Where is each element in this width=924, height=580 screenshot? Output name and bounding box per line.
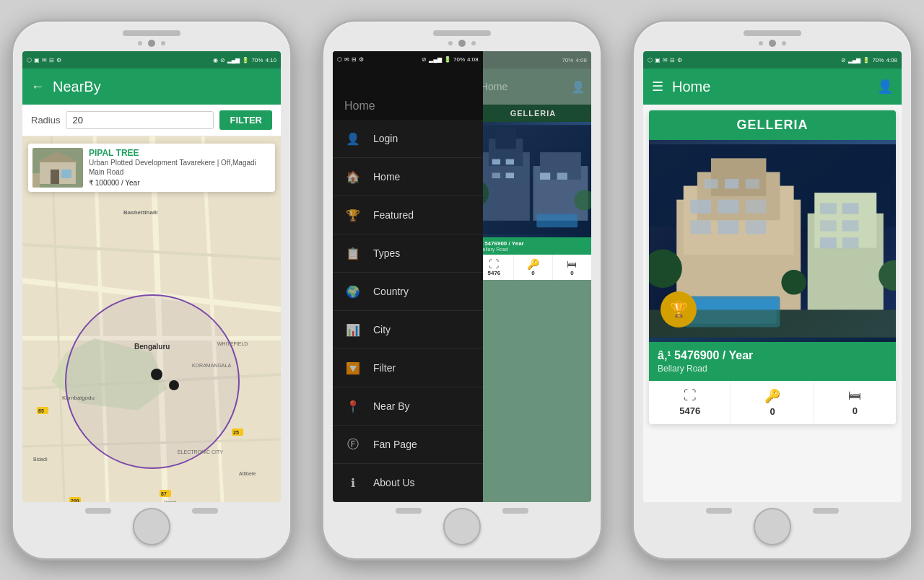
stat-beds-partial: 🛏 0 <box>553 255 591 280</box>
area-value: 5476 <box>679 405 700 416</box>
sensor2 <box>161 41 165 45</box>
drawer-item-nearby[interactable]: 📍 Near By <box>333 387 483 426</box>
svg-rect-70 <box>725 179 738 188</box>
phone-1-top <box>13 30 290 47</box>
sd-icon-2: ⊟ <box>352 56 357 63</box>
stat-beds: 🛏 0 <box>814 381 896 424</box>
featured-icon: 🏆 <box>344 206 362 224</box>
page-title-1: NearBy <box>53 79 272 95</box>
status-right: ◉ ⊘ ▂▄▆ 🔋 70% 4:10 <box>213 57 276 63</box>
status-left: ⬡ ▣ ✉ ⊟ ⚙ <box>27 57 61 63</box>
listing-name: PIPAL TREE <box>89 148 271 158</box>
drawer-item-city[interactable]: 📊 City <box>333 311 483 349</box>
stat-rooms: 🔑 0 <box>731 381 814 424</box>
radius-input[interactable] <box>66 111 214 129</box>
price-section: â‚¹ 5476900 / Year Bellary Road <box>649 342 896 381</box>
battery-pct-2: 70% <box>453 56 465 63</box>
svg-text:209: 209 <box>71 498 79 502</box>
filter-button[interactable]: FILTER <box>219 110 272 130</box>
svg-text:ELECTRONIC CITY: ELECTRONIC CITY <box>178 449 223 454</box>
back-button-1[interactable]: ← <box>31 79 44 95</box>
nav-back-2[interactable] <box>396 508 422 514</box>
city-icon: 📊 <box>344 321 362 338</box>
phone-1-bottom <box>85 508 218 545</box>
svg-text:KORAMANGALA: KORAMANGALA <box>192 363 231 368</box>
filter-icon: 🔽 <box>344 359 362 377</box>
aboutus-label: About Us <box>373 477 415 488</box>
svg-rect-50 <box>492 173 500 179</box>
nav-back[interactable] <box>85 508 111 514</box>
svg-rect-78 <box>820 237 837 248</box>
svg-text:Attibele: Attibele <box>239 471 256 476</box>
svg-rect-51 <box>506 173 514 179</box>
price-partial: ₹ 5476900 / Year Bellary Road <box>475 237 591 255</box>
battery-icon-2: 🔋 <box>444 56 451 63</box>
svg-rect-39 <box>51 170 59 184</box>
city-label: City <box>373 324 391 335</box>
battery-icon-3: 🔋 <box>863 57 870 63</box>
battery-pct: 70% <box>251 57 263 63</box>
area-icon: ⛶ <box>684 388 697 403</box>
stat-area: ⛶ 5476 <box>649 381 731 424</box>
svg-text:87: 87 <box>161 491 167 496</box>
phone-3-screen: ⬡ ▣ ✉ ⊟ ⚙ ⊘ ▂▄▆ 🔋 70% 4:08 ☰ Home 👤 <box>643 51 902 502</box>
fanpage-label: Fan Page <box>373 439 417 450</box>
home-button-2[interactable] <box>443 508 481 545</box>
sensor-2b <box>471 41 476 45</box>
phone-2: 70% 4:08 Home 👤 GELLERIA <box>321 19 603 561</box>
menu-button-3[interactable]: ☰ <box>652 79 663 95</box>
svg-rect-67 <box>718 220 739 234</box>
home-button-1[interactable] <box>133 508 170 545</box>
home-label: Home <box>373 171 400 183</box>
screen-icon: ▣ <box>34 57 40 63</box>
listing-description: Urban Plotted Development Tavarekere | O… <box>89 158 271 177</box>
svg-rect-41 <box>32 173 40 188</box>
speaker-2 <box>433 30 491 36</box>
radius-label: Radius <box>31 115 60 126</box>
drawer-item-fanpage[interactable]: Ⓕ Fan Page <box>333 426 483 464</box>
camera-3 <box>769 40 776 47</box>
svg-text:85: 85 <box>38 408 44 413</box>
status-bar-3: ⬡ ▣ ✉ ⊟ ⚙ ⊘ ▂▄▆ 🔋 70% 4:08 <box>643 51 902 69</box>
drawer-menu: ⬡ ✉ ⊟ ⚙ ⊘ ▂▄▆ 🔋 70% 4:08 Home <box>333 51 483 502</box>
drawer-item-aboutus[interactable]: ℹ About Us <box>333 464 483 502</box>
bug-icon-2: ⚙ <box>359 56 364 63</box>
stat-rooms-partial: 🔑 0 <box>514 255 553 280</box>
drawer-item-home[interactable]: 🏠 Home <box>333 158 483 196</box>
map-container[interactable]: Bashettihalli Bengaluru Kumbalgodu WHITE… <box>22 136 281 502</box>
camera-row <box>138 40 165 47</box>
location-icon: ◉ <box>213 57 218 63</box>
listing-card[interactable]: PIPAL TREE Urban Plotted Development Tav… <box>28 144 275 192</box>
phone-3-bottom <box>706 508 839 545</box>
drawer-item-login[interactable]: 👤 Login <box>333 120 483 158</box>
home-button-3[interactable] <box>754 508 791 545</box>
drawer-item-country[interactable]: 🌍 Country <box>333 273 483 311</box>
home-icon: 🏠 <box>344 168 362 185</box>
rooms-icon: 🔑 <box>764 388 780 404</box>
msg-icon-2: ✉ <box>344 56 349 63</box>
nav-back-3[interactable] <box>706 508 732 514</box>
signal-icon-2: ▂▄▆ <box>429 56 442 63</box>
nav-recent-2[interactable] <box>502 508 528 514</box>
bug-icon: ⚙ <box>56 57 61 63</box>
drawer-item-featured[interactable]: 🏆 Featured <box>333 196 483 234</box>
map-background: Bashettihalli Bengaluru Kumbalgodu WHITE… <box>22 136 281 502</box>
svg-rect-65 <box>746 200 767 214</box>
beds-icon: 🛏 <box>848 388 861 403</box>
nav-recent-3[interactable] <box>813 508 839 514</box>
status-bar-2: ⬡ ✉ ⊟ ⚙ ⊘ ▂▄▆ 🔋 70% 4:08 <box>333 51 483 68</box>
property-card[interactable]: GELLERIA <box>649 110 896 424</box>
usb-icon-2: ⬡ <box>337 56 342 63</box>
usb-icon-3: ⬡ <box>648 57 653 63</box>
featured-label: Featured <box>373 209 414 221</box>
drawer-item-filter[interactable]: 🔽 Filter <box>333 349 483 387</box>
svg-text:Jigani: Jigani <box>163 500 177 502</box>
avatar-button-3[interactable]: 👤 <box>877 79 893 95</box>
status-right-2: ⊘ ▂▄▆ 🔋 70% 4:08 <box>422 56 478 63</box>
svg-rect-74 <box>820 203 837 214</box>
svg-rect-40 <box>61 170 71 178</box>
status-left-3: ⬡ ▣ ✉ ⊟ ⚙ <box>648 57 682 63</box>
sensor <box>138 41 142 45</box>
nav-recent[interactable] <box>192 508 218 514</box>
drawer-item-types[interactable]: 📋 Types <box>333 234 483 273</box>
